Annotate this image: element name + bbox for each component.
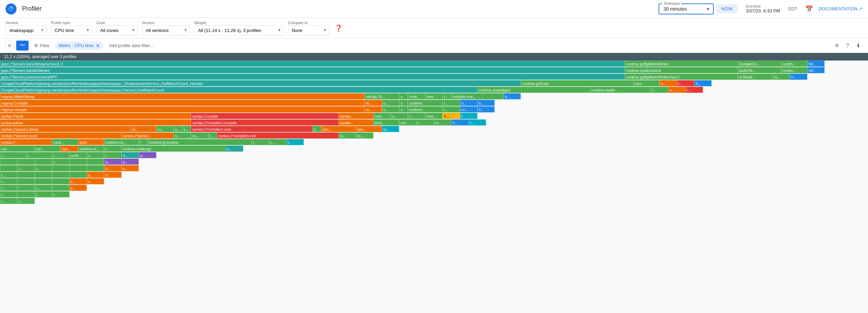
flame-block[interactable]: t...: [460, 113, 477, 119]
flame-block[interactable]: r...: [269, 139, 286, 145]
weight-dropdown[interactable]: Weight All (11.14 s - 11.28 s), 3 profil…: [194, 21, 284, 35]
flame-block[interactable]: grpc.(*Server).processUnaryRPC: [0, 74, 625, 80]
flame-block[interactable]: ru...: [339, 132, 356, 139]
flame-block[interactable]: r...: [408, 113, 425, 119]
flame-block[interactable]: runtime.growslice: [147, 139, 251, 145]
flame-block[interactable]: ru...: [356, 132, 373, 139]
flame-block[interactable]: s...: [104, 165, 121, 171]
flame-block[interactable]: runtime.m...: [78, 145, 104, 152]
flame-block[interactable]: r...: [443, 93, 451, 99]
flame-block[interactable]: s...: [87, 178, 104, 184]
flame-block[interactable]: r...: [87, 152, 104, 158]
documentation-link[interactable]: DOCUMENTATION ↗: [818, 6, 862, 11]
flame-block[interactable]: re...: [364, 100, 382, 106]
flame-block[interactable]: syntax.(* ...: [0, 139, 52, 145]
flame-block[interactable]: syntax.(*compiler).compile: [191, 119, 338, 126]
flame-block[interactable]: s...: [174, 132, 191, 139]
flame-block[interactable]: GoogleCloudPlatform/golang-samples/profi…: [0, 87, 477, 93]
flame-block[interactable]: h...: [694, 80, 712, 86]
flame-block[interactable]: run...: [0, 145, 35, 152]
flame-block[interactable]: r...: [677, 80, 694, 86]
flame-block[interactable]: s...: [122, 165, 139, 171]
flame-block[interactable]: r...: [0, 191, 17, 197]
flame-block[interactable]: s...: [104, 172, 121, 178]
flame-block[interactable]: h...: [477, 100, 495, 106]
flame-block[interactable]: [17, 172, 34, 178]
flame-block[interactable]: s...: [391, 113, 408, 119]
flame-block[interactable]: ut...: [382, 126, 399, 132]
flame-block[interactable]: r...: [104, 145, 121, 152]
flame-block[interactable]: p...: [122, 159, 139, 165]
flame-block[interactable]: [52, 165, 69, 171]
flame-block[interactable]: regexp.compile: [0, 106, 364, 112]
flame-block[interactable]: r...: [443, 106, 460, 112]
flame-block[interactable]: s...: [660, 80, 677, 86]
timespan-select-wrapper[interactable]: Timespan 30 minutes 5 minutes 10 minutes…: [659, 3, 714, 14]
flame-block[interactable]: b...: [443, 113, 460, 119]
help-filter-icon[interactable]: ?: [844, 41, 851, 50]
flame-block[interactable]: r...: [0, 185, 17, 191]
flame-block[interactable]: r...: [0, 178, 17, 184]
flame-block[interactable]: runtim...: [781, 67, 807, 73]
flame-block[interactable]: [17, 191, 34, 197]
flame-block[interactable]: h...: [451, 119, 468, 126]
flame-block[interactable]: s: [399, 93, 408, 99]
compare-to-dropdown[interactable]: Compare to None ▼: [288, 21, 329, 35]
flame-block[interactable]: grpc.(*Server).handleStream: [0, 67, 625, 73]
flame-block[interactable]: regexp.MatchString: [0, 93, 364, 99]
flame-block[interactable]: sy...: [130, 126, 156, 132]
chip-close-icon[interactable]: ✕: [96, 43, 100, 48]
flame-block[interactable]: ru...: [434, 119, 451, 126]
flame-block[interactable]: run...: [35, 145, 61, 152]
flame-block[interactable]: s...: [382, 106, 399, 112]
flame-block[interactable]: s: [399, 106, 408, 112]
flame-block[interactable]: s: [399, 100, 408, 106]
flame-block[interactable]: syntax.Parse: [0, 113, 191, 119]
flame-block[interactable]: s...: [382, 100, 399, 106]
flame-block[interactable]: p...: [139, 152, 156, 158]
flame-block[interactable]: s: [312, 126, 321, 132]
flame-block[interactable]: strin...: [373, 119, 400, 126]
flame-block[interactable]: r...: [417, 119, 434, 126]
close-icon[interactable]: ✕: [833, 41, 841, 50]
filter-button[interactable]: ⚙ Filter: [31, 42, 52, 50]
flame-block[interactable]: r...: [651, 87, 668, 93]
version-select[interactable]: All versions: [142, 25, 190, 35]
flame-block[interactable]: r...: [208, 132, 217, 139]
flame-block[interactable]: syntax.(*compiler).inst: [217, 132, 339, 139]
flame-block[interactable]: [35, 178, 52, 184]
flame-block[interactable]: [35, 172, 52, 178]
compare-select[interactable]: None: [288, 25, 329, 35]
profile-type-dropdown[interactable]: Profile type CPU time ▼: [51, 21, 92, 35]
flame-block[interactable]: ioutil.Re...: [738, 67, 781, 73]
flame-block[interactable]: [87, 165, 104, 171]
flame-block[interactable]: syntax.(*parser...: [122, 132, 174, 139]
flame-block[interactable]: [17, 159, 34, 165]
zone-select[interactable]: All zones: [96, 25, 138, 35]
flame-block[interactable]: [0, 165, 17, 171]
flame-block[interactable]: runtime.mar...: [451, 93, 503, 99]
flame-block[interactable]: runtim...: [781, 61, 807, 67]
flame-block[interactable]: runtime...: [408, 100, 443, 106]
flame-block[interactable]: syn...: [356, 126, 382, 132]
flame-block[interactable]: runtime.mallocgc: [122, 145, 226, 152]
flame-block[interactable]: runtime.markr...: [590, 87, 651, 93]
flame-block[interactable]: runt...: [425, 113, 443, 119]
flame-block[interactable]: ru...: [191, 132, 208, 139]
zone-dropdown[interactable]: Zone All zones ▼: [96, 21, 138, 35]
flame-block[interactable]: htt...: [807, 61, 825, 67]
download-icon[interactable]: ⬇: [854, 41, 862, 50]
flame-block[interactable]: s...: [182, 126, 191, 132]
flame-block[interactable]: syntax.Compile: [191, 113, 338, 119]
flame-block[interactable]: regexp.Compile: [0, 100, 364, 106]
flame-block[interactable]: runtime.ne...: [104, 139, 139, 145]
flame-block[interactable]: r...: [17, 198, 34, 204]
flame-block[interactable]: o...: [504, 93, 521, 99]
service-select[interactable]: shakespapp: [6, 25, 47, 35]
flame-block[interactable]: [52, 185, 69, 191]
flame-block[interactable]: r...: [26, 152, 52, 158]
flame-block[interactable]: s...: [87, 172, 104, 178]
flame-block[interactable]: [70, 159, 87, 165]
flame-block[interactable]: syn...: [61, 145, 78, 152]
flame-block[interactable]: run...: [399, 119, 416, 126]
